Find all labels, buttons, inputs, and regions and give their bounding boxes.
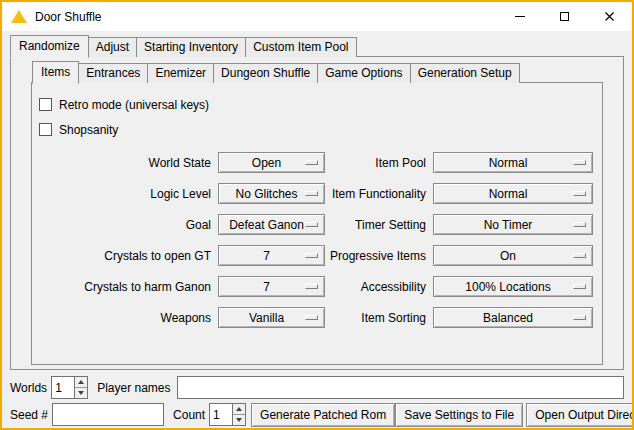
- dropdown-indicator-icon: [305, 284, 318, 289]
- seed-row: Seed # Count Generate Patched Rom Save S…: [10, 403, 624, 426]
- progressive-items-dropdown[interactable]: On: [433, 245, 593, 266]
- count-label: Count: [173, 408, 205, 422]
- worlds-row: Worlds Player names: [10, 376, 624, 399]
- dropdown-indicator-icon: [305, 160, 318, 165]
- weapons-dropdown[interactable]: Vanilla: [218, 307, 325, 328]
- retro-mode-label: Retro mode (universal keys): [59, 98, 209, 112]
- dropdown-value: Defeat Ganon: [229, 218, 314, 232]
- close-button[interactable]: [587, 2, 632, 31]
- count-spinbox: [209, 403, 246, 426]
- item-functionality-label: Item Functionality: [325, 187, 433, 201]
- settings-row: Logic Level No Glitches Item Functionali…: [32, 178, 602, 209]
- dropdown-value: No Timer: [484, 218, 543, 232]
- maximize-button[interactable]: [542, 2, 587, 31]
- settings-row: World State Open Item Pool Normal: [32, 147, 602, 178]
- dropdown-indicator-icon: [305, 315, 318, 320]
- retro-mode-checkbox[interactable]: Retro mode (universal keys): [39, 92, 602, 117]
- tab-adjust[interactable]: Adjust: [88, 37, 137, 57]
- minimize-icon: [515, 16, 525, 17]
- crystals-harm-ganon-dropdown[interactable]: 7: [218, 276, 325, 297]
- spin-up-icon: [78, 380, 84, 384]
- worlds-label: Worlds: [10, 381, 47, 395]
- dropdown-indicator-icon: [573, 160, 586, 165]
- dropdown-value: Normal: [489, 187, 538, 201]
- dropdown-indicator-icon: [573, 222, 586, 227]
- tab-enemizer[interactable]: Enemizer: [147, 63, 214, 83]
- seed-input[interactable]: [52, 403, 164, 426]
- secondary-tab-bar: Items Entrances Enemizer Dungeon Shuffle…: [32, 61, 623, 83]
- item-sorting-dropdown[interactable]: Balanced: [433, 307, 593, 328]
- spin-up-icon: [236, 407, 242, 411]
- item-sorting-label: Item Sorting: [325, 311, 433, 325]
- dropdown-value: Normal: [489, 156, 538, 170]
- tab-generation-setup[interactable]: Generation Setup: [410, 63, 520, 83]
- items-tab-pane: Retro mode (universal keys) Shopsanity W…: [31, 82, 603, 365]
- dropdown-value: 7: [263, 280, 280, 294]
- spin-up-button[interactable]: [75, 377, 87, 388]
- primary-tab-bar: Randomize Adjust Starting Inventory Cust…: [10, 35, 624, 57]
- minimize-button[interactable]: [497, 2, 542, 31]
- tab-dungeon-shuffle[interactable]: Dungeon Shuffle: [213, 63, 318, 83]
- tab-game-options[interactable]: Game Options: [317, 63, 410, 83]
- dropdown-indicator-icon: [305, 222, 318, 227]
- checkbox-box-icon: [39, 123, 52, 136]
- seed-label: Seed #: [10, 408, 48, 422]
- world-state-dropdown[interactable]: Open: [218, 152, 325, 173]
- shopsanity-label: Shopsanity: [59, 123, 118, 137]
- spin-buttons: [232, 403, 246, 426]
- window: Door Shuffle Randomize Adjust Starting I…: [0, 0, 634, 430]
- generate-patched-rom-button[interactable]: Generate Patched Rom: [251, 403, 395, 427]
- world-state-label: World State: [32, 156, 218, 170]
- spin-down-button[interactable]: [75, 388, 87, 398]
- save-settings-button[interactable]: Save Settings to File: [395, 403, 523, 427]
- logic-level-label: Logic Level: [32, 187, 218, 201]
- settings-grid: World State Open Item Pool Normal Logic …: [32, 147, 602, 333]
- triforce-icon: [11, 10, 27, 23]
- crystals-harm-ganon-label: Crystals to harm Ganon: [32, 280, 218, 294]
- shopsanity-checkbox[interactable]: Shopsanity: [39, 117, 602, 142]
- logic-level-dropdown[interactable]: No Glitches: [218, 183, 325, 204]
- settings-row: Goal Defeat Ganon Timer Setting No Timer: [32, 209, 602, 240]
- dropdown-value: 100% Locations: [465, 280, 560, 294]
- checkbox-box-icon: [39, 98, 52, 111]
- window-title: Door Shuffle: [35, 10, 102, 24]
- item-pool-label: Item Pool: [325, 156, 433, 170]
- worlds-spinbox: [51, 376, 88, 399]
- open-output-directory-button[interactable]: Open Output Directory: [526, 403, 634, 427]
- worlds-input[interactable]: [51, 376, 75, 399]
- progressive-items-label: Progressive Items: [325, 249, 433, 263]
- item-functionality-dropdown[interactable]: Normal: [433, 183, 593, 204]
- dropdown-indicator-icon: [573, 191, 586, 196]
- timer-setting-dropdown[interactable]: No Timer: [433, 214, 593, 235]
- tab-starting-inventory[interactable]: Starting Inventory: [136, 37, 246, 57]
- bottom-controls: Worlds Player names Seed # Count: [10, 376, 624, 426]
- close-icon: [604, 11, 615, 22]
- dropdown-indicator-icon: [573, 315, 586, 320]
- goal-label: Goal: [32, 218, 218, 232]
- dropdown-indicator-icon: [573, 253, 586, 258]
- goal-dropdown[interactable]: Defeat Ganon: [218, 214, 325, 235]
- timer-setting-label: Timer Setting: [325, 218, 433, 232]
- tab-custom-item-pool[interactable]: Custom Item Pool: [245, 37, 356, 57]
- randomize-tab-pane: Items Entrances Enemizer Dungeon Shuffle…: [10, 56, 624, 370]
- tab-items[interactable]: Items: [32, 61, 79, 84]
- accessibility-label: Accessibility: [325, 280, 433, 294]
- crystals-open-gt-dropdown[interactable]: 7: [218, 245, 325, 266]
- spin-down-icon: [236, 418, 242, 422]
- count-input[interactable]: [209, 403, 233, 426]
- dropdown-value: Balanced: [483, 311, 543, 325]
- tab-entrances[interactable]: Entrances: [78, 63, 148, 83]
- dropdown-value: Vanilla: [249, 311, 294, 325]
- item-pool-dropdown[interactable]: Normal: [433, 152, 593, 173]
- spin-down-button[interactable]: [233, 415, 245, 425]
- crystals-open-gt-label: Crystals to open GT: [32, 249, 218, 263]
- spin-up-button[interactable]: [233, 404, 245, 415]
- title-bar: Door Shuffle: [2, 2, 632, 31]
- tab-randomize[interactable]: Randomize: [10, 35, 89, 58]
- settings-row: Weapons Vanilla Item Sorting Balanced: [32, 302, 602, 333]
- accessibility-dropdown[interactable]: 100% Locations: [433, 276, 593, 297]
- spin-down-icon: [78, 391, 84, 395]
- player-names-input[interactable]: [177, 376, 625, 399]
- spin-buttons: [74, 376, 88, 399]
- settings-row: Crystals to open GT 7 Progressive Items …: [32, 240, 602, 271]
